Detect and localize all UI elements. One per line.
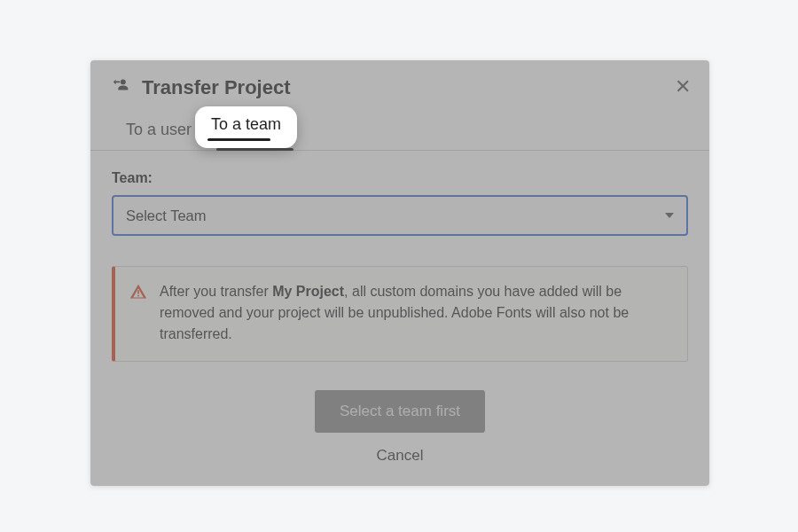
svg-rect-1 bbox=[137, 290, 139, 293]
warning-icon bbox=[129, 283, 147, 304]
cancel-button[interactable]: Cancel bbox=[377, 447, 424, 465]
team-field-label: Team: bbox=[112, 170, 688, 186]
warning-text: After you transfer My Project, all custo… bbox=[160, 281, 671, 345]
team-select-value: Select Team bbox=[126, 207, 207, 224]
dialog-actions: Select a team first Cancel bbox=[112, 390, 688, 465]
confirm-button[interactable]: Select a team first bbox=[315, 390, 485, 433]
transfer-icon bbox=[112, 76, 131, 99]
svg-point-0 bbox=[121, 79, 126, 84]
warning-alert: After you transfer My Project, all custo… bbox=[112, 266, 688, 362]
close-icon: ✕ bbox=[675, 75, 691, 98]
dialog-title: Transfer Project bbox=[142, 76, 291, 99]
dialog-body: Team: Select Team After you transfer My … bbox=[90, 151, 709, 465]
transfer-project-dialog: Transfer Project ✕ To a user To a team T… bbox=[90, 60, 709, 486]
chevron-down-icon bbox=[665, 213, 674, 218]
tab-to-user[interactable]: To a user bbox=[112, 112, 206, 150]
highlight-tab-to-team: To a team bbox=[195, 106, 297, 148]
close-button[interactable]: ✕ bbox=[669, 73, 697, 101]
tabs: To a user To a team bbox=[90, 112, 709, 151]
svg-rect-2 bbox=[137, 295, 139, 297]
dialog-header: Transfer Project ✕ To a user To a team bbox=[90, 60, 709, 151]
team-select[interactable]: Select Team bbox=[112, 195, 688, 236]
